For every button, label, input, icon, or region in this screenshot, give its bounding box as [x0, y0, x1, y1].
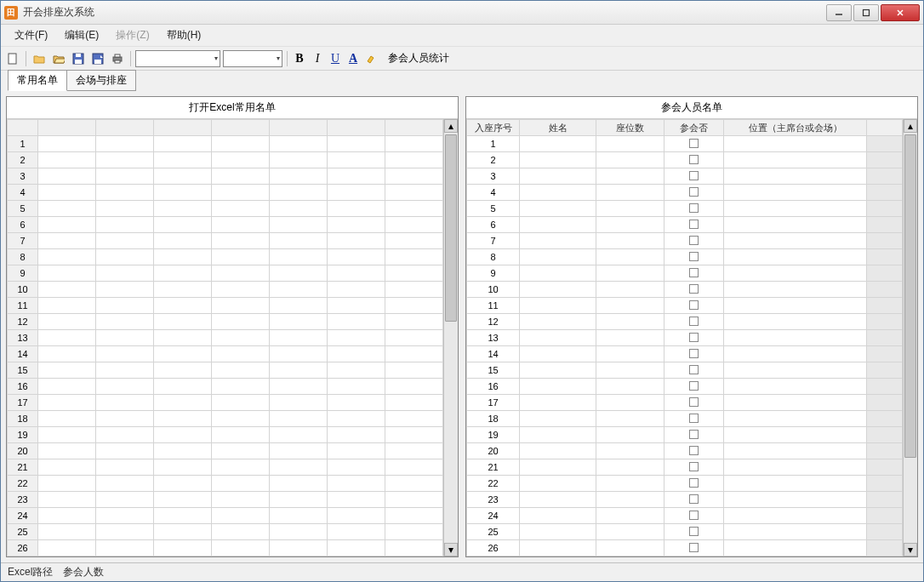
table-row[interactable]: 21: [8, 459, 443, 476]
table-row[interactable]: 7: [8, 233, 443, 249]
table-row[interactable]: 25: [467, 524, 903, 540]
table-row[interactable]: 5: [467, 201, 903, 217]
table-row[interactable]: 18: [467, 411, 903, 427]
table-row[interactable]: 15: [467, 362, 903, 379]
table-row[interactable]: 1: [8, 136, 443, 152]
attend-checkbox[interactable]: [689, 414, 699, 423]
attend-checkbox[interactable]: [689, 284, 699, 294]
table-row[interactable]: 23: [467, 492, 903, 508]
table-row[interactable]: 3: [467, 168, 903, 185]
attend-checkbox[interactable]: [689, 430, 699, 439]
tab-common-list[interactable]: 常用名单: [8, 70, 67, 91]
saveas-icon[interactable]: [89, 50, 106, 67]
table-row[interactable]: 12: [8, 314, 443, 330]
attend-checkbox[interactable]: [689, 187, 699, 197]
bold-button[interactable]: B: [292, 52, 307, 66]
close-button[interactable]: [881, 4, 920, 21]
table-row[interactable]: 13: [467, 330, 903, 346]
table-row[interactable]: 4: [8, 185, 443, 201]
table-row[interactable]: 17: [467, 395, 903, 411]
table-row[interactable]: 7: [467, 233, 903, 249]
table-row[interactable]: 4: [467, 185, 903, 201]
table-row[interactable]: 19: [467, 427, 903, 443]
italic-button[interactable]: I: [310, 52, 325, 66]
table-row[interactable]: 2: [8, 152, 443, 168]
table-row[interactable]: 22: [8, 476, 443, 492]
highlight-icon[interactable]: [363, 50, 380, 67]
attend-checkbox[interactable]: [689, 365, 699, 374]
table-row[interactable]: 20: [8, 443, 443, 459]
table-row[interactable]: 6: [467, 217, 903, 233]
folder-icon[interactable]: [31, 50, 48, 67]
left-grid[interactable]: 1234567891011121314151617181920212223242…: [7, 119, 443, 556]
table-row[interactable]: 23: [8, 492, 443, 508]
table-row[interactable]: 26: [467, 540, 903, 556]
table-row[interactable]: 9: [467, 265, 903, 282]
col-pos[interactable]: 位置（主席台或会场）: [724, 120, 867, 136]
table-row[interactable]: 12: [467, 314, 903, 330]
attend-checkbox[interactable]: [689, 300, 699, 310]
left-scrollbar[interactable]: ▴ ▾: [443, 119, 458, 556]
table-row[interactable]: 20: [467, 443, 903, 459]
attend-checkbox[interactable]: [689, 203, 699, 213]
attend-checkbox[interactable]: [689, 252, 699, 261]
table-row[interactable]: 24: [467, 508, 903, 524]
new-icon[interactable]: [4, 50, 21, 67]
tab-venue-seating[interactable]: 会场与排座: [66, 70, 136, 91]
table-row[interactable]: 19: [8, 427, 443, 443]
attend-checkbox[interactable]: [689, 462, 699, 471]
col-attend[interactable]: 参会否: [664, 120, 724, 136]
attend-checkbox[interactable]: [689, 139, 699, 148]
maximize-button[interactable]: [853, 4, 879, 21]
table-row[interactable]: 25: [8, 524, 443, 540]
table-row[interactable]: 21: [467, 459, 903, 476]
table-row[interactable]: 8: [467, 249, 903, 265]
font-size-combo[interactable]: ▾: [223, 50, 282, 67]
table-row[interactable]: 1: [467, 136, 903, 152]
table-row[interactable]: 3: [8, 168, 443, 185]
menu-operate[interactable]: 操作(Z): [109, 26, 156, 45]
attend-checkbox[interactable]: [689, 511, 699, 520]
menu-help[interactable]: 帮助(H): [160, 26, 208, 45]
col-seq[interactable]: 入座序号: [467, 120, 520, 136]
underline-button[interactable]: U: [328, 52, 343, 66]
attend-checkbox[interactable]: [689, 220, 699, 229]
table-row[interactable]: 2: [467, 152, 903, 168]
table-row[interactable]: 24: [8, 508, 443, 524]
table-row[interactable]: 10: [8, 282, 443, 298]
col-name[interactable]: 姓名: [520, 120, 596, 136]
table-row[interactable]: 17: [8, 395, 443, 411]
table-row[interactable]: 9: [8, 265, 443, 282]
menu-edit[interactable]: 编辑(E): [58, 26, 106, 45]
attend-checkbox[interactable]: [689, 494, 699, 504]
table-row[interactable]: 26: [8, 540, 443, 556]
table-row[interactable]: 22: [467, 476, 903, 492]
table-row[interactable]: 6: [8, 217, 443, 233]
attend-checkbox[interactable]: [689, 236, 699, 245]
table-row[interactable]: 10: [467, 282, 903, 298]
right-grid[interactable]: 入座序号 姓名 座位数 参会否 位置（主席台或会场） 1234567891011…: [466, 119, 903, 556]
print-icon[interactable]: [109, 50, 126, 67]
minimize-button[interactable]: [826, 4, 852, 21]
menu-file[interactable]: 文件(F): [8, 26, 54, 45]
attend-checkbox[interactable]: [689, 268, 699, 277]
table-row[interactable]: 11: [8, 298, 443, 314]
table-row[interactable]: 15: [8, 362, 443, 379]
attend-checkbox[interactable]: [689, 349, 699, 358]
attend-checkbox[interactable]: [689, 543, 699, 552]
attend-checkbox[interactable]: [689, 317, 699, 326]
col-seat[interactable]: 座位数: [596, 120, 664, 136]
table-row[interactable]: 18: [8, 411, 443, 427]
font-family-combo[interactable]: ▾: [135, 50, 220, 67]
table-row[interactable]: 16: [467, 379, 903, 395]
table-row[interactable]: 14: [467, 346, 903, 362]
table-row[interactable]: 16: [8, 379, 443, 395]
stats-link[interactable]: 参会人员统计: [388, 51, 449, 66]
table-row[interactable]: 5: [8, 201, 443, 217]
attend-checkbox[interactable]: [689, 333, 699, 342]
save-icon[interactable]: [70, 50, 87, 67]
right-scrollbar[interactable]: ▴ ▾: [903, 119, 917, 556]
attend-checkbox[interactable]: [689, 381, 699, 391]
table-row[interactable]: 8: [8, 249, 443, 265]
attend-checkbox[interactable]: [689, 155, 699, 164]
